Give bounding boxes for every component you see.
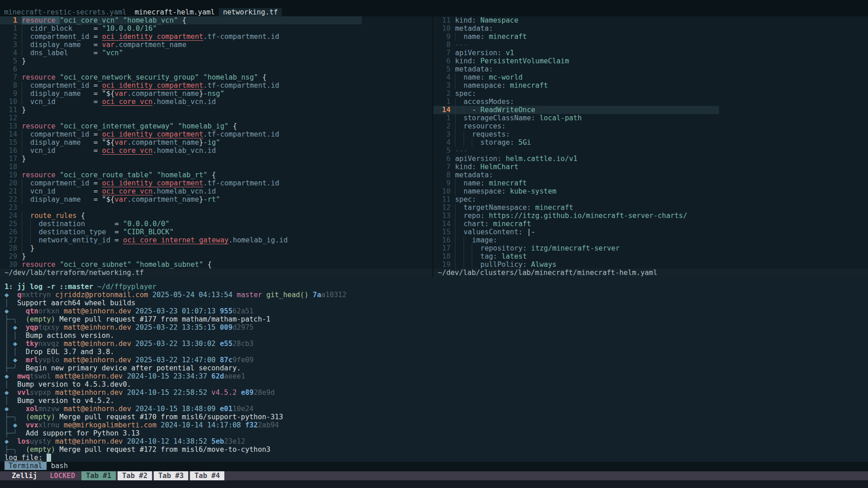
code-line[interactable]: 11} [0,106,433,114]
code-line[interactable]: 19resource "oci_core_route_table" "homel… [0,171,433,179]
code-line[interactable]: 7resource "oci_core_network_security_gro… [0,73,433,81]
code-line[interactable]: 13resource "oci_core_internet_gateway" "… [0,122,433,130]
editor-pane-yaml[interactable]: 11kind: Namespace10metadata:9 name: mine… [433,16,868,277]
code-line[interactable]: 9 name: minecraft [433,179,868,187]
code-line[interactable]: 18 tag: latest [433,252,868,261]
code-line[interactable]: 22 display_name = "${var.compartment_nam… [0,195,433,204]
zellij-tab-tab-4[interactable]: Tab #4 [190,471,224,480]
code-line[interactable]: 21 vcn_id = oci_core_vcn.homelab_vcn.id [0,187,433,195]
log-line[interactable]: ├─╯ Add support for Python 3.13 [5,429,868,437]
code-line[interactable]: 24 route_rules { [0,212,433,220]
log-line[interactable]: ◆ qmxttryn cjriddz@protonmail.com 2025-0… [5,291,868,299]
code-line[interactable]: 28 } [0,244,433,252]
code-line[interactable]: 4 dns_label = "vcn" [0,49,433,57]
code-line[interactable]: 10 vcn_id = oci_core_vcn.homelab_vcn.id [0,98,433,106]
code-line[interactable]: 16 image: [433,236,868,244]
code-line[interactable]: 25 destination = "0.0.0.0/0" [0,220,433,228]
log-line[interactable]: ◆ qtnorkxn matt@einhorn.dev 2025-03-23 0… [5,307,868,315]
code-line[interactable]: 12 [0,114,433,122]
line-number: 13 [437,212,451,220]
code-line[interactable]: 6kind: PersistentVolumeClaim [433,57,868,65]
code-line[interactable]: 3 namespace: minecraft [433,81,868,90]
code-line[interactable]: 20 compartment_id = oci_identity_compart… [0,179,433,187]
line-content: dns_label = "vcn" [22,49,123,57]
code-line[interactable]: 2spec: [433,90,868,98]
code-line[interactable]: 6apiVersion: helm.cattle.io/v1 [433,155,868,163]
buffer-tab-minecraft-restic-secrets.yaml[interactable]: minecraft-restic-secrets.yaml [0,8,131,16]
code-line[interactable]: 5metadata: [433,65,868,73]
code-line[interactable]: 5} [0,57,433,65]
code-line[interactable]: 7apiVersion: v1 [433,49,868,57]
log-line[interactable]: │ ◆ yqptqxsy matt@einhorn.dev 2025-03-22… [5,323,868,332]
code-line[interactable]: 19 pullPolicy: Always [433,261,868,269]
log-line[interactable]: ├─╮ (empty) Merge pull request #177 from… [5,315,868,323]
log-line[interactable]: ├─╮ (empty) Merge pull request #172 from… [5,445,868,454]
code-line[interactable]: 14 compartment_id = oci_identity_compart… [0,130,433,138]
log-line[interactable]: ◆ vvlsvpxp matt@einhorn.dev 2024-10-15 2… [5,389,868,397]
log-line[interactable]: │ ◆ mrlyvplo matt@einhorn.dev 2025-03-22… [5,356,868,364]
buffer-tab-networking.tf[interactable]: networking.tf [219,8,282,16]
code-line[interactable]: 16 vcn_id = oci_core_vcn.homelab_vcn.id [0,147,433,155]
code-line[interactable]: 15 valuesContent: |- [433,228,868,236]
code-line[interactable]: 3 requests: [433,130,868,138]
code-line[interactable]: 27 network_entity_id = oci_core_internet… [0,236,433,244]
command-line[interactable]: 1: jj log -r ::master ~/d/ffpyplayer [5,283,868,291]
code-line[interactable]: 15 display_name = "${var.compartment_nam… [0,138,433,147]
code-line[interactable]: 8 compartment_id = oci_identity_compartm… [0,81,433,90]
code-line[interactable]: 5--- [433,147,868,155]
zellij-tab-tab-2[interactable]: Tab #2 [118,471,152,480]
code-line[interactable]: 8--- [433,41,868,49]
code-line[interactable]: 1 accessModes: [433,98,868,106]
editor-pane-terraform[interactable]: 1resource "oci_core_vcn" "homelab_vcn" {… [0,16,433,277]
code-line[interactable]: 2 compartment_id = oci_identity_compartm… [0,33,433,41]
code-line[interactable]: 26 destination_type = "CIDR_BLOCK" [0,228,433,236]
log-line[interactable]: │ Support aarch64 wheel builds [5,299,868,307]
code-line[interactable]: 23 [0,204,433,212]
log-line[interactable]: │ ◆ tkynxvqz matt@einhorn.dev 2025-03-22… [5,340,868,348]
code-line[interactable]: 8metadata: [433,171,868,179]
code-area-yaml[interactable]: 11kind: Namespace10metadata:9 name: mine… [433,16,868,269]
code-line[interactable]: 7kind: HelmChart [433,163,868,171]
code-line[interactable]: 13 repo: https://itzg.github.io/minecraf… [433,212,868,220]
code-line[interactable]: 30resource "oci_core_subnet" "homelab_su… [0,261,433,269]
log-line[interactable]: │ ◆ vvxxlrnu me@mirkogalimberti.com 2024… [5,421,868,429]
code-line[interactable]: 11kind: Namespace [433,16,868,24]
log-line[interactable]: ├─╯ Begin new primary device after poten… [5,364,868,372]
log-line[interactable]: │ Bump version to 4.5.3.dev0. [5,380,868,389]
line-content: vcn_id = oci_core_vcn.homelab_vcn.id [22,98,216,106]
code-line[interactable]: 10 namespace: kube-system [433,187,868,195]
buffer-tab-minecraft-helm.yaml[interactable]: minecraft-helm.yaml [131,8,219,16]
line-number: 9 [4,90,17,98]
code-line[interactable]: 3 display_name = var.compartment_name [0,41,433,49]
code-line[interactable]: 18 [0,163,433,171]
code-line[interactable]: 1 storageClassName: local-path [433,114,868,122]
code-line[interactable]: 1 cidr_block = "10.0.0.0/16" [0,24,433,33]
log-line[interactable]: │ │ Bump actions version. [5,332,868,340]
terminal-pane[interactable]: 1: jj log -r ::master ~/d/ffpyplayer◆ qm… [0,277,868,471]
zellij-tab-tab-3[interactable]: Tab #3 [154,471,188,480]
log-line[interactable]: ◆ losuysty matt@einhorn.dev 2024-10-12 1… [5,437,868,445]
input-line[interactable]: log file: [5,454,868,462]
code-line[interactable]: 14 chart: minecraft [433,220,868,228]
log-line[interactable]: ◆ mwqtswol matt@einhorn.dev 2024-10-15 2… [5,372,868,380]
log-line[interactable]: ◆ xolmnzvw matt@einhorn.dev 2024-10-15 1… [5,405,868,413]
log-line[interactable]: ├─╮ (empty) Merge pull request #170 from… [5,413,868,421]
code-line[interactable]: 29} [0,252,433,261]
code-area-terraform[interactable]: 1resource "oci_core_vcn" "homelab_vcn" {… [0,16,433,269]
code-line[interactable]: 9 name: minecraft [433,33,868,41]
code-line[interactable]: 10metadata: [433,24,868,33]
code-line[interactable]: 9 display_name = "${var.compartment_name… [0,90,433,98]
zellij-tab-tab-1[interactable]: Tab #1 [81,471,116,480]
code-line[interactable]: 17} [0,155,433,163]
code-line[interactable]: 12 targetNamespace: minecraft [433,204,868,212]
log-line[interactable]: │ Bump version to v4.5.2. [5,397,868,405]
code-line[interactable]: 2 resources: [433,122,868,130]
code-line[interactable]: 11spec: [433,195,868,204]
code-line[interactable]: 1resource "oci_core_vcn" "homelab_vcn" { [0,16,433,24]
code-line[interactable]: 4 name: mc-world [433,73,868,81]
code-line[interactable]: 6 [0,65,433,73]
code-line[interactable]: 17 repository: itzg/minecraft-server [433,244,868,252]
code-line[interactable]: 4 storage: 5Gi [433,138,868,147]
log-line[interactable]: │ │ Drop EOL 3.7 and 3.8. [5,348,868,356]
code-line[interactable]: 14 - ReadWriteOnce [433,106,868,114]
